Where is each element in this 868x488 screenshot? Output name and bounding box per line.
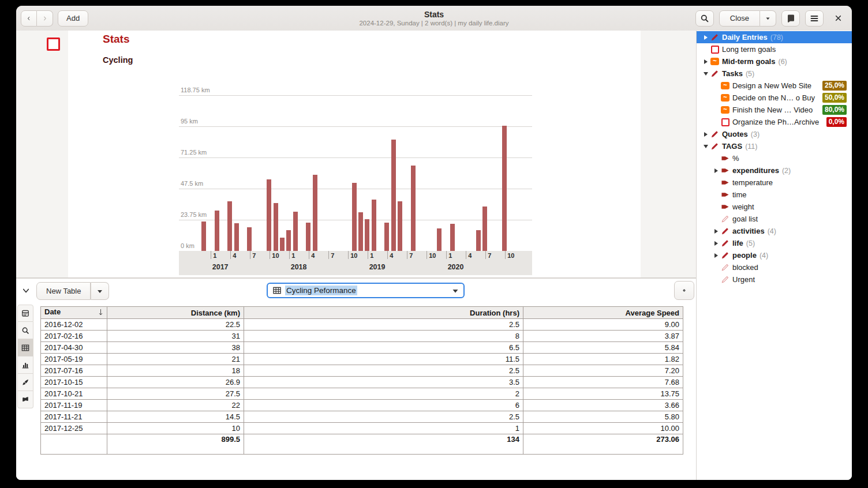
table-cell: 6 — [244, 400, 523, 411]
expand-arrow-icon[interactable] — [712, 227, 720, 235]
table-cell: 5.84 — [523, 342, 683, 354]
gridline — [179, 157, 532, 158]
table-cell: 1.82 — [523, 354, 683, 365]
new-table-menu-arrow[interactable] — [91, 282, 109, 300]
sidebar-item-mid-term-goals[interactable]: ~Mid-term goals(6) — [697, 55, 852, 67]
table-cell: 21 — [107, 354, 244, 365]
collapse-arrow-icon[interactable] — [701, 69, 710, 78]
page-title: Stats — [103, 33, 129, 46]
table-cell: 22.5 — [107, 319, 244, 331]
tag-icon — [721, 191, 729, 198]
x-axis-tick — [426, 251, 427, 259]
expand-arrow-icon[interactable] — [701, 57, 710, 66]
progress-badge: 0,0% — [826, 117, 847, 127]
search-view-button[interactable] — [17, 322, 33, 339]
collapse-arrow-icon[interactable] — [701, 142, 710, 151]
new-table-button[interactable]: New Table — [36, 282, 91, 300]
search-button[interactable] — [695, 10, 714, 27]
expand-arrow-icon[interactable] — [712, 239, 720, 247]
sidebar-item-people[interactable]: people(4) — [697, 249, 852, 261]
sidebar-item-finish-the-new-video[interactable]: ~Finish the New … Video80,0% — [697, 104, 852, 116]
expand-arrow-icon[interactable] — [701, 130, 710, 138]
todo-checkbox-icon — [710, 45, 720, 54]
chevron-right-icon — [42, 14, 47, 23]
sidebar-item-quotes[interactable]: Quotes(3) — [697, 128, 852, 140]
x-axis-year-label: 2017 — [212, 263, 229, 271]
selected-table-name: Cycling Peformance — [285, 286, 357, 295]
back-button[interactable] — [21, 10, 37, 27]
sidebar-item-expenditures[interactable]: expenditures(2) — [697, 164, 852, 177]
tag-icon — [720, 154, 730, 163]
item-count: (3) — [751, 130, 760, 138]
y-axis-label: 118.75 km — [181, 87, 210, 93]
forward-button[interactable] — [37, 10, 53, 27]
sidebar-item-time[interactable]: time — [697, 189, 852, 201]
expander-spacer — [712, 106, 720, 114]
cycling-table: DateDistance (km)Duration (hrs)Average S… — [40, 306, 683, 455]
table-row[interactable]: 2017-05-192111.51.82 — [41, 354, 683, 365]
sidebar-item-design-a-new-web-site[interactable]: ~Design a New Web Site25,0% — [697, 80, 852, 92]
item-count: (5) — [746, 70, 754, 78]
table-row[interactable]: 2017-11-2114.52.55.80 — [41, 411, 683, 423]
table-cell: 10.00 — [523, 423, 683, 434]
column-header-date[interactable]: Date — [41, 307, 107, 319]
add-button[interactable]: Add — [58, 10, 88, 27]
sidebar-item-organize-the-ph-archive[interactable]: Organize the Ph…Archive0,0% — [697, 116, 852, 128]
tables-view-button[interactable] — [17, 339, 33, 356]
x-axis-month-label: 1 — [370, 252, 373, 259]
expand-arrow-icon[interactable] — [712, 166, 720, 175]
filters-view-button[interactable] — [17, 391, 33, 408]
table-row[interactable]: 2016-12-0222.52.59.00 — [41, 319, 683, 331]
table-row[interactable]: 2017-12-2510110.00 — [41, 423, 683, 434]
sidebar-item-urgent[interactable]: Urgent — [697, 273, 852, 286]
sidebar-item-weight[interactable]: weight — [697, 201, 852, 213]
main-menu-button[interactable] — [805, 10, 824, 27]
expand-arrow-icon[interactable] — [701, 33, 710, 42]
sidebar-item-temperature[interactable]: temperature — [697, 177, 852, 189]
close-menu-arrow-button[interactable] — [760, 10, 776, 27]
cycling-bar-chart: 0 km23.75 km47.5 km71.25 km95 km118.75 k… — [179, 84, 532, 275]
sidebar-item-percent[interactable]: % — [697, 152, 852, 164]
tag-icon — [721, 203, 729, 211]
chart-bar — [215, 211, 219, 251]
table-row[interactable]: 2017-11-192263.66 — [41, 400, 683, 411]
sidebar-item-decide-on-the-n-o-buy[interactable]: ~Decide on the N… o Buy50,0% — [697, 92, 852, 104]
column-header-average-speed[interactable]: Average Speed — [523, 307, 683, 319]
sidebar-item-label: time — [732, 190, 747, 199]
collapse-panel-button[interactable] — [19, 284, 33, 297]
table-row[interactable]: 2017-10-2127.5213.75 — [41, 388, 683, 400]
table-row[interactable]: 2017-07-16182.57.20 — [41, 365, 683, 377]
progress-icon: ~ — [720, 106, 730, 115]
charts-view-button[interactable] — [17, 356, 33, 374]
progress-badge: 80,0% — [822, 105, 847, 115]
tag-icon — [720, 202, 730, 212]
table-selector-combobox[interactable]: Cycling Peformance — [267, 283, 465, 298]
sidebar-item-goal-list[interactable]: goal list — [697, 213, 852, 225]
themes-view-button[interactable] — [17, 374, 33, 391]
table-row[interactable]: 2017-02-163183.87 — [41, 331, 683, 342]
flag-icon — [21, 395, 29, 404]
column-header-duration-hrs[interactable]: Duration (hrs) — [244, 307, 523, 319]
sidebar-item-label: Urgent — [732, 275, 755, 284]
sidebar-item-activities[interactable]: activities(4) — [697, 225, 852, 237]
column-header-distance-km[interactable]: Distance (km) — [107, 307, 244, 319]
calendar-view-button[interactable] — [17, 305, 33, 322]
table-row[interactable]: 2017-10-1526.93.57.68 — [41, 377, 683, 388]
y-axis-label: 47.5 km — [181, 180, 203, 187]
sidebar-item-long-term-goals[interactable]: Long term goals — [697, 43, 852, 55]
sidebar-item-tags[interactable]: TAGS(11) — [697, 140, 852, 152]
table-cell: 2017-02-16 — [41, 331, 107, 342]
window-close-button[interactable] — [829, 10, 847, 27]
close-diary-button[interactable]: Close — [719, 10, 760, 27]
bookmarks-button[interactable] — [781, 10, 800, 27]
x-axis-tick — [328, 251, 329, 259]
sidebar-item-daily-entries[interactable]: Daily Entries(78) — [697, 31, 852, 43]
table-row[interactable]: 2017-04-30386.55.84 — [41, 342, 683, 354]
sidebar-item-tasks[interactable]: Tasks(5) — [697, 67, 852, 80]
sidebar-item-blocked[interactable]: blocked — [697, 261, 852, 273]
table-settings-button[interactable] — [674, 281, 694, 300]
sidebar-item-life[interactable]: life(5) — [697, 237, 852, 249]
table-cell: 3.87 — [523, 331, 683, 342]
expand-arrow-icon[interactable] — [712, 251, 720, 260]
x-axis-month-label: 10 — [272, 252, 279, 259]
